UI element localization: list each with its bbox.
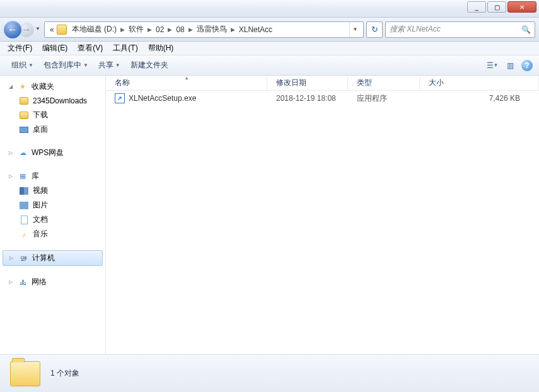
sidebar-label: 网络 [32, 277, 47, 287]
cloud-icon: ☁ [18, 148, 28, 158]
preview-pane-button[interactable]: ▥ [504, 59, 516, 72]
back-arrow-icon: ← [8, 24, 18, 35]
breadcrumb-dropdown[interactable]: ▼ [349, 22, 361, 37]
share-button[interactable]: 共享 ▼ [93, 57, 125, 73]
back-button[interactable]: ← [4, 21, 21, 38]
sidebar-item-2345downloads[interactable]: 2345Downloads [0, 94, 105, 108]
menu-edit[interactable]: 编辑(E) [38, 42, 71, 55]
file-name: XLNetAccSetup.exe [129, 94, 196, 103]
refresh-button[interactable]: ↻ [366, 21, 383, 38]
breadcrumb-overflow[interactable]: « [47, 25, 57, 34]
minimize-button[interactable]: _ [467, 1, 486, 13]
chevron-right-icon[interactable]: ▶ [146, 26, 153, 33]
sort-indicator-icon: ▴ [106, 75, 267, 81]
file-name-cell[interactable]: ↗ XLNetAccSetup.exe [106, 93, 267, 103]
toolbar-right: ☰ ▼ ▥ ? [486, 59, 533, 72]
toolbar: 组织 ▼ 包含到库中 ▼ 共享 ▼ 新建文件夹 ☰ ▼ ▥ ? [0, 55, 539, 76]
breadcrumb-seg-4[interactable]: 迅雷快鸟 [194, 24, 229, 35]
exe-icon: ↗ [115, 93, 125, 103]
breadcrumb-seg-2[interactable]: 02 [153, 25, 166, 34]
main-area: ◢★收藏夹 2345Downloads 下载 桌面 ▷☁WPS网盘 ▷▦库 视频… [0, 76, 539, 354]
sidebar-item-pictures[interactable]: 图片 [0, 198, 105, 212]
menu-tools[interactable]: 工具(T) [109, 42, 141, 55]
maximize-button[interactable]: ▢ [487, 1, 506, 13]
share-label: 共享 [98, 60, 113, 71]
sidebar-label: 收藏夹 [32, 81, 54, 92]
maximize-icon: ▢ [494, 4, 500, 11]
menu-file[interactable]: 文件(F) [4, 42, 36, 55]
organize-button[interactable]: 组织 ▼ [6, 57, 38, 73]
sidebar-computer[interactable]: ▷🖳计算机 [3, 250, 103, 266]
sidebar-network[interactable]: ▷🖧网络 [0, 275, 105, 289]
view-icon: ☰ [487, 61, 494, 70]
expand-icon: ▷ [9, 173, 14, 179]
expand-icon: ▷ [9, 150, 14, 156]
breadcrumb-seg-0[interactable]: 本地磁盘 (D:) [69, 24, 119, 35]
sidebar-item-label: 音乐 [33, 229, 48, 239]
column-name[interactable]: ▴名称 [106, 76, 267, 90]
sidebar-item-downloads[interactable]: 下载 [0, 108, 105, 122]
menu-help[interactable]: 帮助(H) [144, 42, 178, 55]
help-icon: ? [525, 61, 529, 70]
sidebar-item-documents[interactable]: 文档 [0, 212, 105, 227]
sidebar-item-label: 桌面 [33, 124, 48, 135]
chevron-right-icon[interactable]: ▶ [229, 26, 236, 33]
folder-large-icon [10, 361, 40, 386]
details-pane: 1 个对象 [0, 354, 539, 392]
close-icon: ✕ [519, 4, 525, 11]
folder-icon [19, 96, 29, 106]
column-type[interactable]: 类型 [348, 76, 420, 90]
nav-buttons: ← → ▼ [4, 20, 42, 39]
close-button[interactable]: ✕ [507, 1, 536, 13]
title-bar: _ ▢ ✕ [0, 0, 539, 18]
file-row[interactable]: ↗ XLNetAccSetup.exe 2018-12-19 18:08 应用程… [106, 91, 539, 106]
sidebar-label: 库 [32, 171, 39, 182]
sidebar-label: 计算机 [32, 253, 55, 263]
sidebar-label: WPS网盘 [32, 147, 64, 158]
help-button[interactable]: ? [521, 60, 533, 71]
column-date[interactable]: 修改日期 [267, 76, 348, 90]
chevron-right-icon[interactable]: ▶ [119, 26, 126, 33]
nav-history-dropdown[interactable]: ▼ [35, 26, 40, 32]
new-folder-button[interactable]: 新建文件夹 [125, 57, 173, 73]
file-list[interactable]: ↗ XLNetAccSetup.exe 2018-12-19 18:08 应用程… [106, 91, 539, 354]
include-label: 包含到库中 [43, 60, 81, 71]
preview-icon: ▥ [507, 61, 514, 70]
include-in-library-button[interactable]: 包含到库中 ▼ [38, 57, 93, 73]
sidebar-item-label: 2345Downloads [33, 96, 87, 105]
sidebar-item-label: 图片 [33, 200, 48, 210]
network-icon: 🖧 [18, 277, 28, 287]
expand-icon: ◢ [9, 84, 14, 89]
expand-icon: ▷ [9, 255, 14, 261]
desktop-icon [19, 125, 29, 135]
search-input[interactable]: 搜索 XLNetAcc 🔍 [385, 21, 535, 38]
menu-view[interactable]: 查看(V) [74, 42, 107, 55]
object-count: 1 个对象 [50, 368, 79, 379]
sidebar-item-music[interactable]: ♪音乐 [0, 227, 105, 241]
folder-icon [19, 110, 29, 120]
file-date-cell: 2018-12-19 18:08 [267, 94, 348, 103]
chevron-right-icon[interactable]: ▶ [187, 26, 194, 33]
breadcrumb[interactable]: « 本地磁盘 (D:)▶ 软件▶ 02▶ 08▶ 迅雷快鸟▶ XLNetAcc … [44, 21, 364, 38]
breadcrumb-seg-3[interactable]: 08 [173, 25, 187, 34]
file-pane: ▴名称 修改日期 类型 大小 ↗ XLNetAccSetup.exe 2018-… [106, 76, 539, 354]
search-icon[interactable]: 🔍 [521, 25, 531, 34]
sidebar-favorites[interactable]: ◢★收藏夹 [0, 79, 105, 94]
sidebar-item-desktop[interactable]: 桌面 [0, 122, 105, 137]
expand-icon: ▷ [9, 279, 14, 285]
column-size[interactable]: 大小 [420, 76, 539, 90]
picture-icon [19, 200, 29, 210]
chevron-right-icon[interactable]: ▶ [166, 26, 173, 33]
view-options-button[interactable]: ☰ ▼ [486, 59, 499, 72]
file-size-cell: 7,426 KB [420, 94, 539, 103]
sidebar-item-videos[interactable]: 视频 [0, 183, 105, 198]
star-icon: ★ [18, 82, 28, 92]
minimize-icon: _ [475, 4, 478, 11]
sidebar-library[interactable]: ▷▦库 [0, 169, 105, 183]
forward-arrow-icon: → [21, 24, 32, 35]
breadcrumb-seg-1[interactable]: 软件 [126, 24, 146, 35]
chevron-down-icon: ▼ [28, 62, 33, 68]
folder-icon [57, 25, 67, 35]
breadcrumb-seg-5[interactable]: XLNetAcc [236, 25, 275, 34]
sidebar-wps[interactable]: ▷☁WPS网盘 [0, 146, 105, 160]
